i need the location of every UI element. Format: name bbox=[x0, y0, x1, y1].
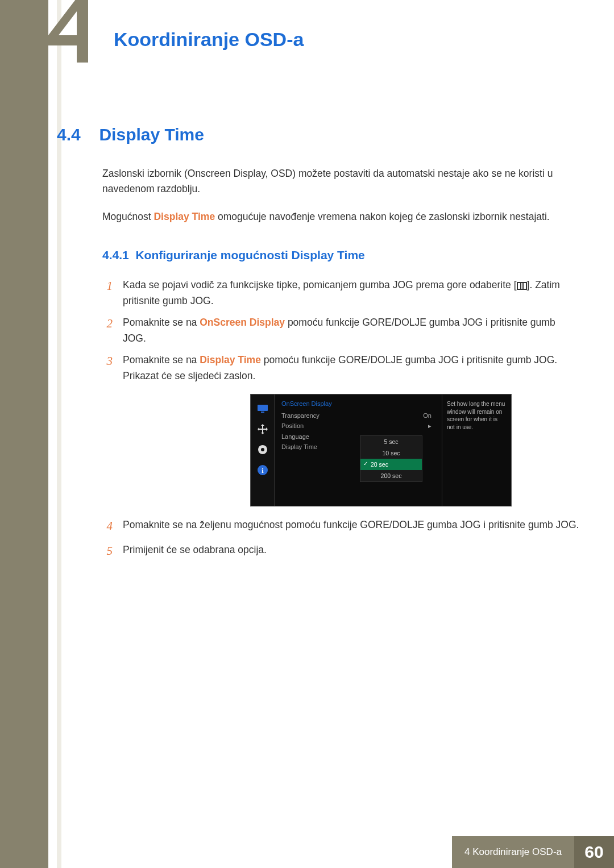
osd-row-transparency: Transparency On bbox=[281, 410, 435, 421]
step-2: 2 Pomaknite se na OnScreen Display pomoć… bbox=[102, 314, 580, 346]
steps-list: 1 Kada se pojavi vodič za funkcijske tip… bbox=[102, 277, 580, 560]
text: omogućuje navođenje vremena nakon kojeg … bbox=[215, 211, 550, 222]
svg-rect-2 bbox=[258, 405, 268, 411]
chapter-number-glyph bbox=[48, 0, 111, 63]
svg-point-5 bbox=[261, 448, 264, 451]
osd-sidebar-icons: i bbox=[251, 394, 275, 506]
osd-screenshot: i OnScreen Display Transparency On Posit… bbox=[250, 394, 512, 506]
monitor-icon bbox=[255, 401, 270, 416]
step-text: Kada se pojavi vodič za funkcijske tipke… bbox=[123, 277, 580, 309]
step-1: 1 Kada se pojavi vodič za funkcijske tip… bbox=[102, 277, 580, 309]
step-number: 1 bbox=[102, 277, 113, 309]
emphasis-onscreen-display: OnScreen Display bbox=[200, 317, 285, 328]
section-heading: 4.4 Display Time bbox=[57, 125, 580, 144]
osd-submenu-item: 10 sec bbox=[360, 447, 422, 459]
step-text: Pomaknite se na OnScreen Display pomoću … bbox=[123, 314, 580, 346]
svg-text:i: i bbox=[262, 466, 264, 475]
subsection-number: 4.4.1 bbox=[102, 248, 129, 261]
step-text: Pomaknite se na Display Time pomoću funk… bbox=[123, 352, 580, 384]
page-footer: 4 Koordiniranje OSD-a 60 bbox=[0, 836, 614, 868]
osd-heading: OnScreen Display bbox=[281, 400, 435, 407]
osd-submenu-item: 200 sec bbox=[360, 470, 422, 481]
osd-main-panel: OnScreen Display Transparency On Positio… bbox=[275, 394, 442, 506]
left-margin-strip bbox=[0, 0, 48, 868]
osd-submenu-item: 5 sec bbox=[360, 436, 422, 447]
osd-row-value: ▸ bbox=[428, 422, 435, 430]
step-3: 3 Pomaknite se na Display Time pomoću fu… bbox=[102, 352, 580, 384]
osd-row-label: Language bbox=[281, 433, 309, 440]
osd-row-position: Position ▸ bbox=[281, 421, 435, 431]
footer-chapter-label: 4 Koordiniranje OSD-a bbox=[452, 836, 574, 868]
emphasis-display-time: Display Time bbox=[154, 211, 215, 222]
subsection-title: Konfiguriranje mogućnosti Display Time bbox=[135, 248, 364, 261]
text: Kada se pojavi vodič za funkcijske tipke… bbox=[123, 279, 517, 290]
text: Mogućnost bbox=[102, 211, 154, 222]
emphasis-display-time: Display Time bbox=[200, 354, 261, 366]
step-text: Pomaknite se na željenu mogućnost pomoću… bbox=[123, 517, 580, 536]
osd-submenu-item-selected: 20 sec bbox=[360, 459, 422, 470]
section-title: Display Time bbox=[99, 125, 204, 144]
footer-page-number: 60 bbox=[574, 836, 614, 868]
osd-row-label: Position bbox=[281, 422, 304, 430]
move-icon bbox=[255, 422, 270, 437]
osd-row-value: On bbox=[423, 412, 435, 419]
subsection-heading: 4.4.1 Konfiguriranje mogućnosti Display … bbox=[102, 248, 580, 262]
osd-row-value bbox=[432, 433, 435, 440]
section-body: 4.4 Display Time Zaslonski izbornik (Ons… bbox=[57, 125, 580, 567]
text: Pomaknite se na bbox=[123, 317, 200, 328]
step-5: 5 Primijenit će se odabrana opcija. bbox=[102, 542, 580, 561]
intro-paragraph-1: Zaslonski izbornik (Onscreen Display, OS… bbox=[102, 166, 580, 197]
svg-rect-3 bbox=[261, 412, 264, 413]
gear-icon bbox=[255, 442, 270, 457]
chapter-title: Koordiniranje OSD-a bbox=[114, 28, 304, 51]
osd-row-value bbox=[432, 443, 435, 450]
menu-icon bbox=[517, 282, 527, 290]
step-number: 4 bbox=[102, 517, 113, 536]
step-text: Primijenit će se odabrana opcija. bbox=[123, 542, 580, 561]
footer-spacer bbox=[0, 836, 452, 868]
text: Pomaknite se na bbox=[123, 354, 200, 366]
step-4: 4 Pomaknite se na željenu mogućnost pomo… bbox=[102, 517, 580, 536]
osd-row-label: Display Time bbox=[281, 443, 317, 450]
section-number: 4.4 bbox=[57, 125, 97, 144]
info-icon: i bbox=[255, 463, 270, 477]
osd-row-label: Transparency bbox=[281, 412, 320, 419]
osd-help-text: Set how long the menu window will remain… bbox=[442, 394, 511, 506]
intro-paragraph-2: Mogućnost Display Time omogućuje navođen… bbox=[102, 209, 580, 225]
step-number: 3 bbox=[102, 352, 113, 384]
step-number: 5 bbox=[102, 542, 113, 561]
step-number: 2 bbox=[102, 314, 113, 346]
osd-submenu: 5 sec 10 sec 20 sec 200 sec bbox=[360, 435, 422, 482]
